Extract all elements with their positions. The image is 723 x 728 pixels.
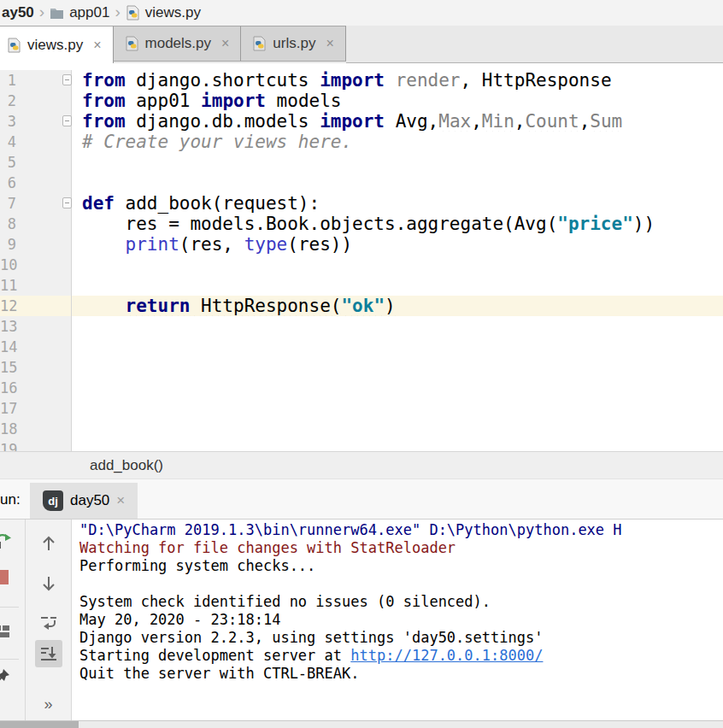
gutter[interactable]: 7 [0, 193, 72, 214]
close-icon[interactable]: × [116, 492, 125, 509]
tab-views-py[interactable]: views.py × [0, 26, 114, 63]
more-icon[interactable]: » [44, 696, 52, 712]
code-text: print(res, type(res)) [72, 234, 723, 255]
code-line-9[interactable]: 9 print(res, type(res)) [0, 234, 723, 255]
run-tab-day50[interactable]: dj day50 × [30, 483, 138, 519]
soft-wrap-icon[interactable] [39, 614, 58, 631]
gutter[interactable]: 5 [0, 152, 72, 173]
fold-marker-icon[interactable] [62, 74, 72, 85]
function-name-label[interactable]: add_book() [90, 457, 163, 474]
tab-urls-py[interactable]: urls.py × [241, 26, 345, 62]
line-number[interactable]: 18 [0, 419, 16, 439]
line-number[interactable]: 13 [0, 316, 16, 337]
breadcrumb-item-app01[interactable]: app01 [50, 4, 109, 21]
line-number[interactable]: 16 [0, 378, 16, 398]
code-line-16[interactable]: 16 [0, 378, 723, 398]
line-number[interactable]: 7 [0, 193, 16, 214]
line-number[interactable]: 2 [0, 91, 16, 111]
fold-marker-icon[interactable] [62, 197, 72, 208]
run-panel-header: un: dj day50 × [0, 479, 723, 519]
toolbar-divider [0, 659, 19, 660]
close-icon[interactable]: × [326, 37, 333, 50]
code-line-15[interactable]: 15 [0, 357, 723, 378]
code-line-3[interactable]: 3from django.db.models import Avg,Max,Mi… [0, 111, 723, 132]
console-text-segment: Watching for file changes with StatReloa… [79, 539, 456, 556]
server-url-link[interactable]: http://127.0.0.1:8000/ [350, 647, 543, 664]
gutter[interactable]: 11 [0, 275, 72, 296]
code-line-6[interactable]: 6 [0, 173, 723, 193]
gutter[interactable]: 16 [0, 378, 72, 398]
code-line-11[interactable]: 11 [0, 275, 723, 296]
code-line-1[interactable]: 1from django.shortcuts import render, Ht… [0, 70, 723, 91]
code-editor[interactable]: 1from django.shortcuts import render, Ht… [0, 63, 723, 451]
code-line-8[interactable]: 8 res = models.Book.objects.aggregate(Av… [0, 214, 723, 234]
code-line-18[interactable]: 18 [0, 419, 723, 439]
code-line-19[interactable]: 19 [0, 439, 723, 451]
line-number[interactable]: 8 [0, 214, 16, 234]
gutter[interactable]: 8 [0, 214, 72, 234]
up-arrow-icon[interactable] [39, 535, 58, 552]
restore-layout-icon[interactable] [0, 623, 12, 640]
code-line-5[interactable]: 5 [0, 152, 723, 173]
code-line-14[interactable]: 14 [0, 337, 723, 357]
gutter[interactable]: 13 [0, 316, 72, 337]
python-file-icon [126, 5, 140, 21]
breadcrumb-item-file[interactable]: views.py [126, 4, 201, 21]
line-number[interactable]: 12 [0, 296, 16, 316]
code-line-17[interactable]: 17 [0, 398, 723, 419]
line-number[interactable]: 15 [0, 357, 16, 378]
line-number[interactable]: 6 [0, 173, 16, 193]
gutter[interactable]: 3 [0, 111, 72, 132]
line-number[interactable]: 5 [0, 152, 16, 173]
code-token: (res, [179, 234, 244, 255]
line-number[interactable]: 17 [0, 398, 16, 419]
code-token: ) [385, 296, 396, 316]
scrollbar-thumb[interactable] [0, 721, 79, 728]
gutter[interactable]: 10 [0, 255, 72, 275]
code-token: import [320, 70, 385, 91]
code-line-7[interactable]: 7def add_book(request): [0, 193, 723, 214]
gutter[interactable]: 9 [0, 234, 72, 255]
console-line: May 20, 2020 - 23:18:14 [79, 611, 723, 629]
gutter[interactable]: 1 [0, 70, 72, 91]
gutter[interactable]: 12 [0, 296, 72, 316]
close-icon[interactable]: × [93, 38, 101, 52]
gutter[interactable]: 4 [0, 132, 72, 152]
gutter[interactable]: 14 [0, 337, 72, 357]
console-text-segment: System check identified no issues (0 sil… [79, 593, 491, 610]
gutter[interactable]: 17 [0, 398, 72, 419]
gutter[interactable]: 15 [0, 357, 72, 378]
line-number[interactable]: 11 [0, 275, 16, 296]
breadcrumb-file-label: views.py [145, 4, 201, 21]
line-number[interactable]: 4 [0, 132, 16, 152]
code-token: res = models.Book.objects.aggregate(Avg( [82, 214, 557, 234]
gutter[interactable]: 2 [0, 91, 72, 111]
code-text [72, 173, 723, 193]
code-line-13[interactable]: 13 [0, 316, 723, 337]
down-arrow-icon[interactable] [39, 575, 58, 592]
gutter[interactable]: 18 [0, 419, 72, 439]
scroll-to-end-icon[interactable] [35, 640, 62, 667]
line-number[interactable]: 14 [0, 337, 16, 357]
pin-icon[interactable] [0, 668, 12, 685]
line-number[interactable]: 19 [0, 439, 16, 451]
breadcrumb-item-project[interactable]: ay50 [2, 4, 34, 21]
rerun-icon[interactable] [0, 532, 12, 549]
line-number[interactable]: 1 [0, 70, 16, 91]
chevron-right-icon: › [39, 3, 44, 21]
tab-models-py[interactable]: models.py × [114, 26, 242, 62]
code-line-12[interactable]: 12 return HttpResponse("ok") [0, 296, 723, 316]
editor-tab-bar: views.py × models.py × urls.py × [0, 26, 723, 63]
gutter[interactable]: 19 [0, 439, 72, 451]
fold-marker-icon[interactable] [62, 115, 72, 126]
code-line-10[interactable]: 10 [0, 255, 723, 275]
line-number[interactable]: 9 [0, 234, 16, 255]
close-icon[interactable]: × [221, 37, 229, 50]
line-number[interactable]: 10 [0, 255, 16, 275]
line-number[interactable]: 3 [0, 111, 16, 132]
code-line-2[interactable]: 2from app01 import models [0, 91, 723, 111]
run-panel-label: un: [0, 491, 21, 508]
code-line-4[interactable]: 4# Create your views here. [0, 132, 723, 152]
gutter[interactable]: 6 [0, 173, 72, 193]
stop-icon[interactable] [0, 569, 12, 586]
